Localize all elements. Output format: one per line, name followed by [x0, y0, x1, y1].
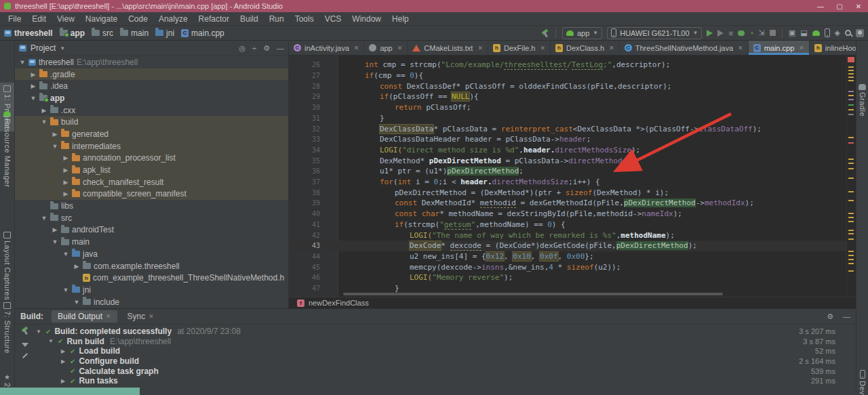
tree-item-intermediates[interactable]: ▼intermediates	[15, 140, 288, 152]
close-icon[interactable]: ✕	[397, 45, 403, 51]
collapse-arrow-icon[interactable]: ▼	[35, 329, 42, 335]
menu-navigate[interactable]: Navigate	[80, 13, 123, 25]
code-line-41[interactable]: 41if(strcmp("getsum",methodName) == 0) {	[289, 220, 856, 230]
breadcrumb-item-jni[interactable]: jni	[155, 28, 174, 38]
stripe-mark[interactable]	[848, 137, 854, 138]
collapse-arrow-icon[interactable]: ▼	[73, 299, 80, 306]
tab-main-cpp[interactable]: Cmain.cpp✕	[749, 41, 810, 55]
code-line-46[interactable]: 46LOGI("Memory reverse");	[289, 272, 856, 283]
close-icon[interactable]: ✕	[738, 45, 743, 51]
restart-build-icon[interactable]	[21, 327, 29, 335]
hide-panel-icon[interactable]: —	[843, 312, 850, 321]
tree-item-build[interactable]: ▼build	[15, 116, 288, 128]
device-manager-icon[interactable]: ▣	[789, 28, 795, 37]
code-line-30[interactable]: 30return pClassOff;	[289, 102, 856, 113]
menu-run[interactable]: Run	[264, 13, 290, 25]
tree-item-apk_list[interactable]: ▶apk_list	[15, 164, 288, 176]
code-line-34[interactable]: 34LOGI("direct method size is %d",header…	[289, 145, 856, 156]
tool-window-button-resource-manager[interactable]: Resource Manager	[0, 111, 14, 188]
expand-arrow-icon[interactable]: ▶	[60, 358, 66, 365]
menu-edit[interactable]: Edit	[26, 13, 52, 25]
code-line-31[interactable]: 31}	[289, 113, 856, 124]
stripe-mark[interactable]	[848, 217, 854, 218]
stripe-mark[interactable]	[848, 104, 854, 106]
stripe-mark[interactable]	[848, 95, 854, 96]
expand-arrow-icon[interactable]: ▶	[52, 131, 58, 138]
collapse-arrow-icon[interactable]: ▼	[52, 238, 58, 245]
tree-item-app[interactable]: ▼app	[15, 92, 288, 104]
stripe-mark[interactable]	[848, 66, 854, 68]
lock-icon[interactable]: ◈	[835, 28, 840, 37]
tree-item-compatible_screen_manifest[interactable]: ▶compatible_screen_manifest	[15, 188, 288, 201]
code-line-35[interactable]: 35DexMethod* pDexDirectMethod = pClassDa…	[289, 155, 856, 166]
collapse-arrow-icon[interactable]: ▼	[52, 143, 58, 150]
stripe-mark[interactable]	[848, 114, 854, 115]
menu-file[interactable]: File	[3, 13, 26, 25]
tree-item-androidTest[interactable]: ▶androidTest	[15, 224, 288, 236]
expand-arrow-icon[interactable]: ▶	[30, 83, 37, 89]
profile-avatar[interactable]	[856, 29, 864, 37]
stripe-mark[interactable]	[848, 99, 854, 100]
build-row-Run-tasks[interactable]: ▶✔Run tasks291 ms	[35, 376, 835, 386]
menu-analyze[interactable]: Analyze	[153, 13, 193, 25]
tab-ThreeShellNativeMethod-java[interactable]: CThreeShellNativeMethod.java✕	[620, 41, 749, 55]
stripe-mark[interactable]	[848, 57, 854, 62]
run-button[interactable]	[707, 30, 713, 37]
expand-arrow-icon[interactable]: ▶	[60, 378, 66, 384]
code-line-44[interactable]: 44u2 new_ins[4] = {0x12, 0x10, 0x0f, 0x0…	[289, 251, 856, 262]
menu-vcs[interactable]: VCS	[319, 13, 347, 25]
close-icon[interactable]: ✕	[540, 45, 545, 51]
collapse-arrow-icon[interactable]: ▼	[62, 251, 69, 257]
horizontal-scrollbar[interactable]	[343, 293, 723, 295]
sdk-manager-icon[interactable]: ⬓	[800, 28, 807, 37]
tab-inlineHook-h[interactable]: hinlineHook.h✕	[810, 41, 856, 55]
tree-item-com_example_threeshell_ThreeShellNativeMethod-h[interactable]: hcom_example_threeshell_ThreeShellNative…	[15, 272, 288, 284]
breadcrumb-item-app[interactable]: app	[60, 28, 85, 38]
stripe-mark[interactable]	[848, 233, 854, 234]
tool-window-button-layout-captures[interactable]: Layout Captures	[0, 232, 14, 300]
error-stripe[interactable]	[846, 56, 856, 297]
code-line-29[interactable]: 29if(pClassOff == NULL){	[289, 91, 856, 102]
tab-CMakeLists-txt[interactable]: CMakeLists.txt✕	[408, 41, 488, 55]
code-line-26[interactable]: 26int cmp = strcmp("Lcom/example/threesh…	[289, 60, 856, 70]
stripe-mark[interactable]	[848, 200, 854, 201]
stripe-mark[interactable]	[848, 270, 854, 272]
tree-item--gradle[interactable]: ▶.gradle	[15, 68, 288, 81]
collapse-arrow-icon[interactable]: ▼	[62, 287, 69, 293]
stripe-mark[interactable]	[848, 77, 854, 78]
code-editor[interactable]: 26int cmp = strcmp("Lcom/example/threesh…	[289, 56, 856, 297]
stripe-mark[interactable]	[848, 163, 854, 164]
menu-window[interactable]: Window	[347, 13, 387, 25]
stripe-mark[interactable]	[848, 230, 854, 231]
stripe-mark[interactable]	[848, 73, 854, 75]
locate-file-icon[interactable]: ◎	[239, 44, 245, 53]
search-everywhere-icon[interactable]	[845, 30, 851, 36]
stripe-mark[interactable]	[848, 251, 854, 252]
debug-button[interactable]	[738, 30, 745, 36]
tree-item-java[interactable]: ▼java	[15, 248, 288, 260]
close-icon[interactable]: ✕	[477, 45, 483, 51]
breadcrumb-item-main[interactable]: main	[120, 28, 149, 38]
build-hammer-icon[interactable]	[541, 29, 549, 37]
collapse-arrow-icon[interactable]: ▼	[41, 119, 47, 125]
code-line-42[interactable]: 42LOGI("The name of way which be remarke…	[289, 230, 856, 241]
expand-arrow-icon[interactable]: ▶	[62, 154, 69, 161]
stripe-mark[interactable]	[848, 263, 854, 264]
stripe-mark[interactable]	[848, 91, 854, 92]
stripe-mark[interactable]	[848, 238, 854, 240]
expand-arrow-icon[interactable]: ▶	[41, 107, 47, 114]
menu-refactor[interactable]: Refactor	[193, 13, 235, 25]
tool-window-button-device-[interactable]: Device...	[856, 370, 868, 395]
collapse-arrow-icon[interactable]: ▼	[19, 59, 26, 66]
menu-tools[interactable]: Tools	[290, 13, 319, 25]
close-icon[interactable]: ✕	[149, 313, 154, 320]
code-line-45[interactable]: 45memcpy(dexcode->insns,&new_ins,4 * siz…	[289, 262, 856, 272]
build-row-Load-build[interactable]: ▶✔Load build52 ms	[35, 346, 835, 356]
device-select[interactable]: HUAWEI G621-TL00 ▼	[607, 27, 702, 39]
collapse-arrow-icon[interactable]: ▼	[47, 338, 54, 344]
menu-code[interactable]: Code	[123, 13, 153, 25]
expand-arrow-icon[interactable]: ▶	[52, 226, 58, 233]
code-line-43[interactable]: 43DexCode* dexcode = (DexCode*)dexGetCod…	[289, 241, 856, 251]
tab-DexClass-h[interactable]: hDexClass.h✕	[551, 41, 620, 55]
expand-arrow-icon[interactable]: ▶	[60, 348, 66, 354]
